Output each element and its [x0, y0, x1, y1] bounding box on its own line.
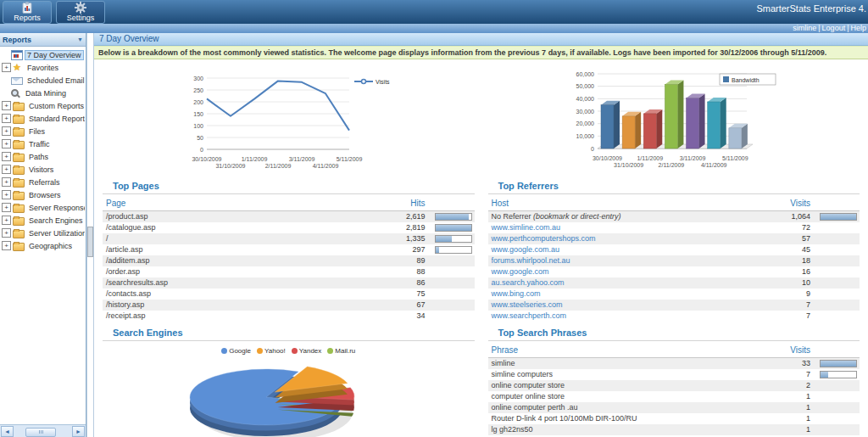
referrer-link[interactable]: www.google.com.au [492, 245, 560, 254]
row-label: Router D-link 4 port 10/100Mb DIR-100/RU [492, 414, 637, 423]
section-top-referrers: Top Referrers Host Visits No Referrer (b… [488, 175, 860, 322]
table-row: online computer store2 [488, 380, 860, 391]
sidebar-item-label: Data Mining [23, 88, 69, 98]
expand-icon[interactable]: + [2, 114, 11, 123]
sidebar-item-visitors[interactable]: +Visitors [1, 163, 86, 176]
referrer-link[interactable]: www.google.com [492, 267, 549, 276]
sidebar-item-referrals[interactable]: +Referrals [1, 176, 86, 188]
sidebar-item-traffic[interactable]: +Traffic [1, 137, 86, 150]
expand-icon[interactable]: + [2, 126, 11, 136]
sidebar-item-scheduled-email-reports[interactable]: Scheduled Email Reports [1, 74, 86, 87]
table-row: www.steelseries.com7 [488, 300, 860, 311]
table-row: www.perthcomputershops.com57 [488, 233, 860, 244]
sidebar-item-browsers[interactable]: +Browsers [1, 188, 86, 201]
sidebar-item-favorites[interactable]: +Favorites [1, 61, 86, 74]
sidebar-item-data-mining[interactable]: Data Mining [1, 87, 86, 99]
scroll-thumb[interactable] [25, 428, 56, 437]
value-bar [820, 371, 857, 378]
referrer-link[interactable]: forums.whirlpool.net.au [492, 256, 570, 265]
expand-icon[interactable]: + [2, 177, 11, 187]
column-header-host[interactable]: Host [488, 195, 760, 211]
value-bar [435, 246, 472, 254]
value-bar [435, 213, 472, 221]
svg-text:150: 150 [194, 111, 204, 117]
column-header-phrase-visits[interactable]: Visits [760, 342, 812, 358]
expand-icon[interactable]: + [2, 241, 11, 250]
expand-icon[interactable]: + [2, 165, 11, 174]
expand-icon[interactable]: + [2, 203, 11, 212]
svg-text:50,000: 50,000 [576, 83, 594, 89]
svg-text:Visits: Visits [376, 79, 390, 85]
legend-dot [221, 348, 227, 354]
referrer-link[interactable]: au.search.yahoo.com [492, 278, 565, 287]
table-row: www.simline.com.au72 [488, 222, 860, 233]
expand-icon[interactable]: + [2, 139, 11, 148]
panel-splitter[interactable] [86, 33, 94, 437]
scroll-right-icon[interactable]: ► [72, 426, 85, 437]
row-value: 7 [760, 300, 812, 311]
tab-settings[interactable]: Settings [56, 1, 105, 24]
expand-icon[interactable]: + [2, 63, 11, 72]
section-top-search-phrases: Top Search Phrases Phrase Visits simline… [488, 322, 860, 435]
row-label: /contacts.asp [106, 289, 151, 298]
table-row: /history.asp67 [103, 300, 475, 311]
row-label: simline [492, 359, 515, 367]
expand-icon[interactable]: + [2, 152, 11, 161]
row-value: 2,819 [375, 222, 427, 233]
row-value: 86 [375, 277, 427, 289]
help-link[interactable]: Help [850, 24, 866, 32]
row-value: 297 [375, 244, 427, 255]
folder-icon [13, 179, 25, 188]
top-search-phrases-table: Phrase Visits simline33simline computers… [488, 342, 860, 435]
row-label: /order.asp [106, 267, 140, 276]
logout-link[interactable]: Logout [822, 24, 846, 32]
row-value: 33 [760, 358, 812, 370]
tab-reports[interactable]: Reports [3, 1, 52, 24]
sidebar-item-search-engines[interactable]: +Search Engines [1, 214, 86, 227]
sidebar-item-geographics[interactable]: +Geographics [1, 239, 86, 252]
expand-icon[interactable]: + [2, 190, 11, 199]
column-header-phrase[interactable]: Phrase [488, 342, 760, 358]
sidebar-item-7-day-overview[interactable]: 7 Day Overview [1, 48, 86, 61]
expand-icon[interactable]: + [2, 228, 11, 238]
sidebar-item-custom-reports[interactable]: +Custom Reports [1, 99, 86, 112]
svg-text:50: 50 [197, 135, 203, 141]
column-header-visits[interactable]: Visits [760, 195, 812, 211]
splitter-grip[interactable] [87, 227, 93, 257]
pie-legend: GoogleYahoo!YandexMail.ru [103, 342, 475, 356]
referrer-link[interactable]: www.bing.com [492, 289, 541, 298]
sidebar-item-server-responses[interactable]: +Server Responses [1, 201, 86, 214]
collapse-panel-icon[interactable]: ▼ [77, 36, 83, 42]
expand-icon[interactable]: + [2, 216, 11, 225]
row-label: /product.asp [106, 212, 148, 221]
column-header-page[interactable]: Page [103, 195, 375, 211]
table-row: simline33 [488, 358, 860, 370]
referrer-link[interactable]: www.searchperth.com [492, 311, 567, 320]
table-row: www.searchperth.com7 [488, 311, 860, 322]
sidebar-item-paths[interactable]: +Paths [1, 150, 86, 163]
top-toolbar: Reports Settings SmarterStats Enterprise… [0, 0, 868, 24]
scroll-left-icon[interactable]: ◄ [1, 426, 14, 437]
referrer-link[interactable]: www.steelseries.com [492, 300, 563, 309]
value-bar [820, 213, 857, 221]
row-value: 75 [375, 289, 427, 300]
svg-text:20,000: 20,000 [576, 120, 594, 126]
sidebar-horizontal-scrollbar[interactable]: ◄ ► [0, 424, 86, 437]
table-row: /article.asp297 [103, 244, 475, 255]
column-header-hits[interactable]: Hits [375, 195, 427, 211]
svg-text:300: 300 [194, 76, 204, 81]
sidebar-item-standard-reports[interactable]: +Standard Reports [1, 112, 86, 125]
svg-text:1/11/2009: 1/11/2009 [637, 155, 663, 161]
scroll-track[interactable] [14, 427, 72, 436]
referrer-link[interactable]: www.perthcomputershops.com [492, 234, 596, 243]
table-row: /additem.asp89 [103, 255, 475, 266]
table-row: /product.asp2,619 [103, 211, 475, 223]
sidebar-item-server-utilization[interactable]: +Server Utilization [1, 227, 86, 239]
row-label: /receipt.asp [106, 311, 146, 320]
svg-text:30/10/2009: 30/10/2009 [192, 156, 222, 162]
tree-connector [2, 51, 9, 59]
expand-icon[interactable]: + [2, 101, 11, 110]
sidebar-item-files[interactable]: +Files [1, 125, 86, 137]
referrer-link[interactable]: www.simline.com.au [492, 223, 561, 232]
pie-legend-item-mail-ru: Mail.ru [327, 347, 355, 355]
